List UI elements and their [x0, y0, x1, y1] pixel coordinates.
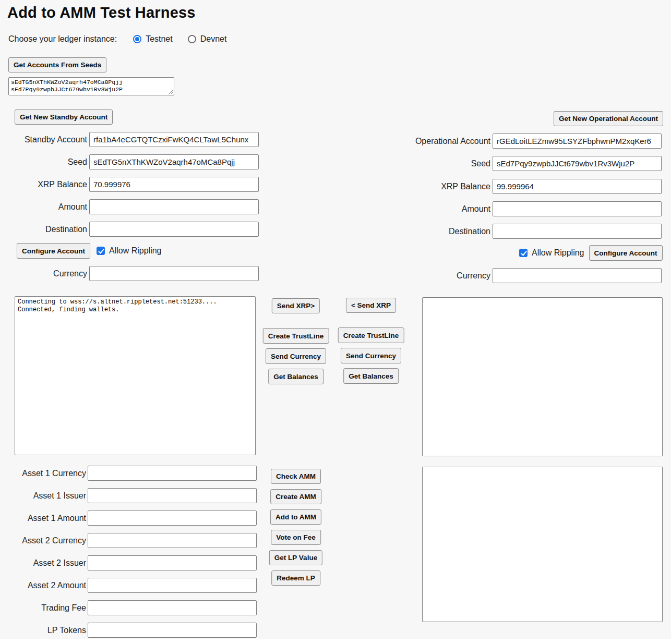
trading-fee-row: Trading Fee: [0, 600, 257, 615]
standby-destination-label: Destination: [0, 225, 87, 234]
operational-get-balances-button[interactable]: Get Balances: [343, 368, 399, 384]
operational-xrp-balance-row: XRP Balance: [321, 179, 662, 194]
asset2-amount-input[interactable]: [88, 578, 257, 593]
asset2-currency-row: Asset 2 Currency: [0, 533, 257, 548]
standby-configure-row: Configure Account Allow Rippling: [17, 243, 162, 259]
asset1-currency-label: Asset 1 Currency: [0, 469, 86, 478]
get-new-operational-account-button[interactable]: Get New Operational Account: [554, 111, 663, 126]
standby-allow-rippling-label: Allow Rippling: [109, 246, 162, 256]
standby-results-textarea[interactable]: Connecting to wss://s.altnet.rippletest.…: [15, 296, 256, 455]
operational-account-label: Operational Account: [321, 137, 490, 146]
add-to-amm-button[interactable]: Add to AMM: [270, 509, 321, 525]
operational-results-textarea[interactable]: [422, 297, 663, 456]
get-lp-value-button[interactable]: Get LP Value: [269, 550, 322, 565]
standby-xrp-balance-label: XRP Balance: [0, 180, 87, 189]
operational-send-xrp-button[interactable]: < Send XRP: [346, 298, 396, 313]
asset1-amount-row: Asset 1 Amount: [0, 511, 257, 526]
standby-amount-input[interactable]: [89, 199, 259, 214]
operational-allow-rippling-checkbox[interactable]: [519, 249, 528, 257]
operational-amount-label: Amount: [321, 204, 490, 214]
operational-amount-input[interactable]: [493, 201, 662, 216]
operational-destination-row: Destination: [321, 224, 662, 239]
operational-account-row: Operational Account: [321, 133, 662, 149]
standby-send-currency-button[interactable]: Send Currency: [266, 348, 326, 364]
ledger-instance-chooser: Choose your ledger instance: Testnet Dev…: [8, 34, 226, 44]
asset1-currency-row: Asset 1 Currency: [0, 466, 257, 481]
asset2-amount-row: Asset 2 Amount: [0, 578, 257, 593]
page-bottom-strip: [0, 639, 671, 644]
asset2-currency-input[interactable]: [88, 533, 257, 548]
standby-account-row: Standby Account: [0, 132, 259, 147]
operational-destination-label: Destination: [321, 227, 490, 236]
asset1-amount-label: Asset 1 Amount: [0, 514, 86, 523]
operational-xrp-balance-input[interactable]: [493, 179, 662, 194]
standby-seed-label: Seed: [0, 157, 87, 167]
standby-currency-input[interactable]: [89, 266, 259, 281]
asset2-amount-label: Asset 2 Amount: [0, 581, 86, 590]
textarea-resize-handle[interactable]: [168, 89, 173, 94]
operational-xrp-balance-label: XRP Balance: [321, 182, 490, 191]
operational-amount-row: Amount: [321, 201, 662, 216]
trading-fee-label: Trading Fee: [0, 603, 86, 613]
operational-currency-row: Currency: [321, 268, 662, 283]
standby-xrp-balance-row: XRP Balance: [0, 177, 259, 192]
lp-tokens-row: LP Tokens: [0, 623, 257, 638]
redeem-lp-button[interactable]: Redeem LP: [271, 570, 320, 586]
operational-currency-label: Currency: [321, 271, 490, 281]
standby-create-trustline-button[interactable]: Create TrustLine: [263, 328, 329, 344]
create-amm-button[interactable]: Create AMM: [270, 489, 321, 504]
standby-amount-row: Amount: [0, 199, 259, 214]
operational-destination-input[interactable]: [493, 224, 662, 239]
operational-account-input[interactable]: [493, 133, 662, 149]
operational-configure-account-button[interactable]: Configure Account: [589, 245, 663, 261]
testnet-radio-icon[interactable]: [133, 35, 141, 43]
asset1-issuer-label: Asset 1 Issuer: [0, 491, 86, 501]
asset2-currency-label: Asset 2 Currency: [0, 536, 86, 545]
asset2-issuer-input[interactable]: [88, 555, 257, 570]
amm-results-textarea[interactable]: [422, 467, 663, 622]
check-amm-button[interactable]: Check AMM: [271, 469, 321, 484]
radio-option-testnet[interactable]: Testnet: [133, 34, 173, 44]
testnet-radio-label: Testnet: [146, 34, 173, 44]
standby-send-xrp-button[interactable]: Send XRP>: [272, 298, 320, 313]
standby-currency-label: Currency: [0, 269, 87, 278]
trading-fee-input[interactable]: [88, 600, 257, 615]
devnet-radio-icon[interactable]: [188, 35, 196, 43]
page: Add to AMM Test Harness Choose your ledg…: [0, 0, 671, 644]
devnet-radio-label: Devnet: [200, 34, 227, 44]
asset1-issuer-input[interactable]: [88, 488, 257, 503]
operational-seed-input[interactable]: [493, 156, 662, 171]
asset1-amount-input[interactable]: [88, 511, 257, 526]
operational-configure-row: Allow Rippling Configure Account: [519, 245, 663, 261]
standby-destination-input[interactable]: [89, 222, 259, 237]
standby-xrp-balance-input[interactable]: [89, 177, 259, 192]
asset1-issuer-row: Asset 1 Issuer: [0, 488, 257, 503]
operational-send-currency-button[interactable]: Send Currency: [341, 348, 401, 363]
radio-option-devnet[interactable]: Devnet: [188, 34, 227, 44]
get-new-standby-account-button[interactable]: Get New Standby Account: [15, 110, 113, 125]
standby-amount-label: Amount: [0, 202, 87, 212]
standby-account-input[interactable]: [89, 132, 259, 147]
operational-create-trustline-button[interactable]: Create TrustLine: [338, 327, 404, 343]
get-accounts-from-seeds-button[interactable]: Get Accounts From Seeds: [8, 57, 106, 72]
operational-allow-rippling-label: Allow Rippling: [532, 248, 584, 258]
standby-account-label: Standby Account: [0, 135, 87, 144]
lp-tokens-input[interactable]: [88, 623, 257, 638]
standby-configure-account-button[interactable]: Configure Account: [17, 243, 90, 259]
ledger-chooser-label: Choose your ledger instance:: [8, 34, 117, 44]
standby-get-balances-button[interactable]: Get Balances: [268, 369, 323, 384]
standby-seed-input[interactable]: [89, 154, 259, 169]
operational-seed-label: Seed: [321, 159, 490, 168]
standby-seed-row: Seed: [0, 154, 259, 169]
seeds-textarea[interactable]: sEdTG5nXThKWZoV2aqrh47oMCa8Pqjj sEd7Pqy9…: [8, 77, 174, 95]
standby-allow-rippling-checkbox[interactable]: [97, 247, 105, 255]
standby-currency-row: Currency: [0, 266, 259, 281]
vote-on-fee-button[interactable]: Vote on Fee: [271, 530, 321, 545]
operational-currency-input[interactable]: [493, 268, 662, 283]
asset2-issuer-row: Asset 2 Issuer: [0, 555, 257, 570]
asset2-issuer-label: Asset 2 Issuer: [0, 558, 86, 568]
operational-seed-row: Seed: [321, 156, 662, 171]
lp-tokens-label: LP Tokens: [0, 626, 86, 635]
page-title: Add to AMM Test Harness: [7, 4, 196, 21]
asset1-currency-input[interactable]: [88, 466, 257, 481]
